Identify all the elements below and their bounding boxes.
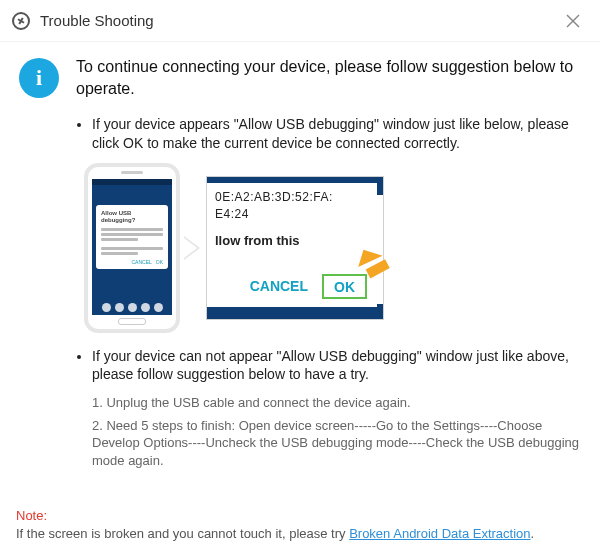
titlebar: Trouble Shooting <box>0 0 600 42</box>
callout-pointer <box>184 236 200 260</box>
info-icon: i <box>19 58 59 98</box>
steps-list: 1. Unplug the USB cable and connect the … <box>92 394 584 469</box>
step-2: 2. Need 5 steps to finish: Open device s… <box>92 417 584 470</box>
phone-mockup: Allow USB debugging? CANCELOK <box>84 163 180 333</box>
dialog-window: Trouble Shooting i To continue connectin… <box>0 0 600 553</box>
note-suffix: . <box>531 526 535 541</box>
illustration: Allow USB debugging? CANCELOK <box>84 163 584 333</box>
content-area: i To continue connecting your device, pl… <box>0 42 600 507</box>
phone-dialog-title: Allow USB debugging? <box>101 210 163 226</box>
broken-android-link[interactable]: Broken Android Data Extraction <box>349 526 530 541</box>
close-button[interactable] <box>558 6 588 36</box>
phone-dialog: Allow USB debugging? CANCELOK <box>96 205 168 269</box>
allow-from-text: llow from this <box>215 233 369 248</box>
fingerprint-line-1: 0E:A2:AB:3D:52:FA: <box>215 189 369 206</box>
note-text: If the screen is broken and you cannot t… <box>16 526 349 541</box>
intro-text: To continue connecting your device, plea… <box>76 56 584 101</box>
bullet-allow-usb: If your device appears "Allow USB debugg… <box>92 115 584 153</box>
arrow-icon <box>358 257 402 287</box>
fingerprint-line-2: E4:24 <box>215 206 369 223</box>
step-1: 1. Unplug the USB cable and connect the … <box>92 394 584 412</box>
refresh-icon <box>12 12 30 30</box>
note-label: Note: <box>16 508 47 523</box>
close-icon <box>565 13 581 29</box>
dialog-zoom: 0E:A2:AB:3D:52:FA: E4:24 llow from this … <box>206 176 384 320</box>
dialog-cancel-button: CANCEL <box>250 278 308 294</box>
note-area: Note: If the screen is broken and you ca… <box>0 507 600 553</box>
window-title: Trouble Shooting <box>40 12 154 29</box>
bullet-cannot-appear: If your device can not appear "Allow USB… <box>92 347 584 385</box>
